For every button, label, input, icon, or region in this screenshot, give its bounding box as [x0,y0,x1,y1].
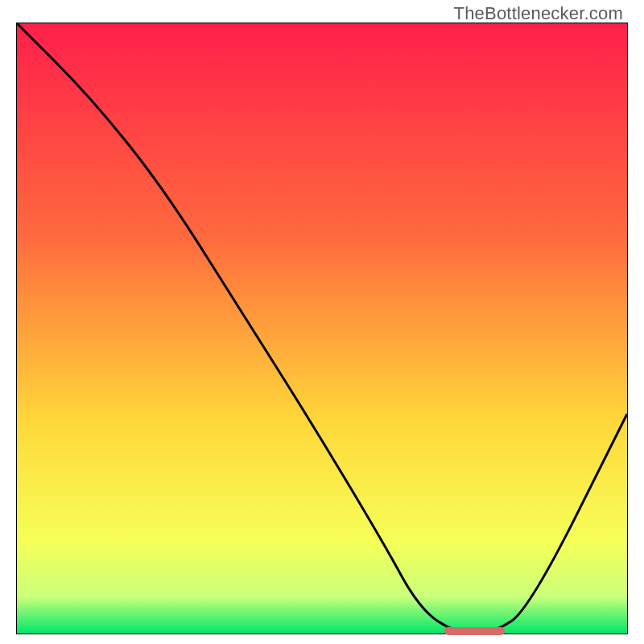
optimal-range-marker [444,627,506,635]
chart-background [17,23,627,634]
bottleneck-chart [17,23,627,634]
chart-frame [16,23,628,634]
site-branding: TheBottlenecker.com [454,3,623,24]
